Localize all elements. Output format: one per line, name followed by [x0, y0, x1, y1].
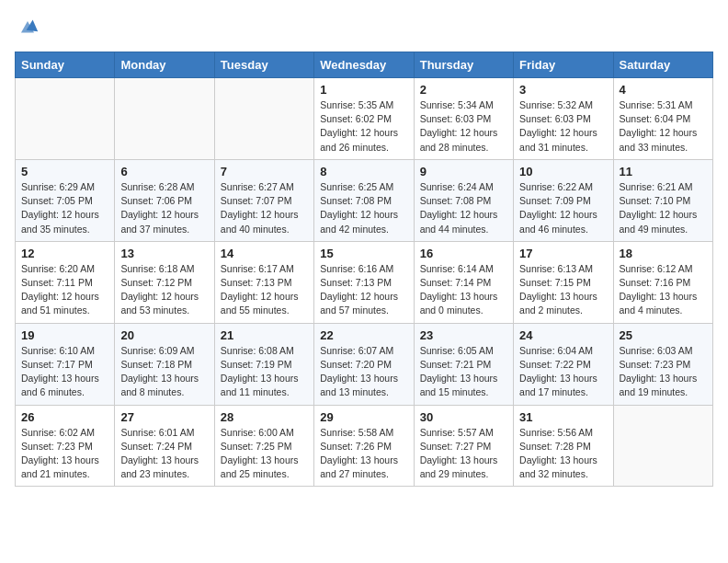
- calendar-cell: 7Sunrise: 6:27 AMSunset: 7:07 PMDaylight…: [214, 159, 313, 241]
- day-info: Sunrise: 6:21 AMSunset: 7:10 PMDaylight:…: [620, 180, 707, 236]
- calendar-cell: 26Sunrise: 6:02 AMSunset: 7:23 PMDayligh…: [16, 405, 115, 487]
- day-info: Sunrise: 5:35 AMSunset: 6:02 PMDaylight:…: [320, 98, 407, 155]
- calendar-cell: 18Sunrise: 6:12 AMSunset: 7:16 PMDayligh…: [613, 241, 712, 323]
- day-info: Sunrise: 6:02 AMSunset: 7:23 PMDaylight:…: [21, 426, 108, 482]
- calendar-week-3: 12Sunrise: 6:20 AMSunset: 7:11 PMDayligh…: [16, 241, 713, 323]
- calendar-cell: 17Sunrise: 6:13 AMSunset: 7:15 PMDayligh…: [514, 241, 613, 323]
- calendar-cell: 30Sunrise: 5:57 AMSunset: 7:27 PMDayligh…: [414, 405, 513, 487]
- calendar-week-4: 19Sunrise: 6:10 AMSunset: 7:17 PMDayligh…: [16, 323, 713, 405]
- day-number: 13: [120, 247, 208, 260]
- day-info: Sunrise: 6:03 AMSunset: 7:23 PMDaylight:…: [620, 344, 707, 400]
- day-number: 6: [120, 165, 208, 178]
- calendar-header-row: SundayMondayTuesdayWednesdayThursdayFrid…: [16, 52, 713, 78]
- day-info: Sunrise: 6:14 AMSunset: 7:14 PMDaylight:…: [420, 262, 507, 318]
- calendar-cell: 31Sunrise: 5:56 AMSunset: 7:28 PMDayligh…: [514, 405, 613, 487]
- calendar-cell: 9Sunrise: 6:24 AMSunset: 7:08 PMDaylight…: [414, 159, 513, 241]
- day-number: 18: [620, 247, 707, 260]
- calendar-cell: 22Sunrise: 6:07 AMSunset: 7:20 PMDayligh…: [314, 323, 414, 405]
- day-number: 14: [221, 247, 308, 260]
- day-info: Sunrise: 6:10 AMSunset: 7:17 PMDaylight:…: [21, 344, 108, 400]
- calendar-cell: 1Sunrise: 5:35 AMSunset: 6:02 PMDaylight…: [314, 78, 414, 160]
- calendar-week-2: 5Sunrise: 6:29 AMSunset: 7:05 PMDaylight…: [16, 159, 713, 241]
- day-info: Sunrise: 6:04 AMSunset: 7:22 PMDaylight:…: [519, 344, 607, 400]
- calendar-table: SundayMondayTuesdayWednesdayThursdayFrid…: [15, 52, 713, 487]
- calendar-cell: 15Sunrise: 6:16 AMSunset: 7:13 PMDayligh…: [314, 241, 414, 323]
- day-number: 10: [519, 165, 607, 178]
- day-number: 25: [620, 328, 707, 342]
- day-number: 16: [420, 247, 507, 260]
- calendar-week-1: 1Sunrise: 5:35 AMSunset: 6:02 PMDaylight…: [16, 78, 713, 160]
- page-header: [15, 15, 713, 40]
- weekday-header-friday: Friday: [514, 52, 613, 78]
- calendar-cell: 11Sunrise: 6:21 AMSunset: 7:10 PMDayligh…: [613, 159, 712, 241]
- calendar-cell: 20Sunrise: 6:09 AMSunset: 7:18 PMDayligh…: [115, 323, 214, 405]
- weekday-header-thursday: Thursday: [414, 52, 513, 78]
- day-number: 8: [320, 165, 407, 178]
- day-number: 23: [420, 328, 507, 342]
- day-info: Sunrise: 6:18 AMSunset: 7:12 PMDaylight:…: [120, 262, 208, 318]
- day-number: 21: [221, 328, 308, 342]
- day-info: Sunrise: 6:29 AMSunset: 7:05 PMDaylight:…: [21, 180, 108, 236]
- day-number: 28: [221, 410, 308, 424]
- calendar-week-5: 26Sunrise: 6:02 AMSunset: 7:23 PMDayligh…: [16, 405, 713, 487]
- day-number: 2: [420, 83, 507, 97]
- calendar-cell: 28Sunrise: 6:00 AMSunset: 7:25 PMDayligh…: [214, 405, 313, 487]
- day-info: Sunrise: 5:57 AMSunset: 7:27 PMDaylight:…: [420, 426, 507, 482]
- day-number: 1: [320, 83, 407, 97]
- day-number: 4: [620, 83, 707, 97]
- calendar-cell: 25Sunrise: 6:03 AMSunset: 7:23 PMDayligh…: [613, 323, 712, 405]
- day-info: Sunrise: 6:12 AMSunset: 7:16 PMDaylight:…: [620, 262, 707, 318]
- day-number: 12: [21, 247, 108, 260]
- day-info: Sunrise: 6:05 AMSunset: 7:21 PMDaylight:…: [420, 344, 507, 400]
- day-info: Sunrise: 6:00 AMSunset: 7:25 PMDaylight:…: [221, 426, 308, 482]
- day-info: Sunrise: 6:28 AMSunset: 7:06 PMDaylight:…: [120, 180, 208, 236]
- day-number: 19: [21, 328, 108, 342]
- weekday-header-saturday: Saturday: [613, 52, 712, 78]
- day-number: 17: [519, 247, 607, 260]
- day-info: Sunrise: 6:16 AMSunset: 7:13 PMDaylight:…: [320, 262, 407, 318]
- day-number: 7: [221, 165, 308, 178]
- calendar-cell: 21Sunrise: 6:08 AMSunset: 7:19 PMDayligh…: [214, 323, 313, 405]
- day-info: Sunrise: 6:27 AMSunset: 7:07 PMDaylight:…: [221, 180, 308, 236]
- weekday-header-tuesday: Tuesday: [214, 52, 313, 78]
- day-info: Sunrise: 6:24 AMSunset: 7:08 PMDaylight:…: [420, 180, 507, 236]
- calendar-cell: 2Sunrise: 5:34 AMSunset: 6:03 PMDaylight…: [414, 78, 513, 160]
- calendar-cell: 8Sunrise: 6:25 AMSunset: 7:08 PMDaylight…: [314, 159, 414, 241]
- day-info: Sunrise: 6:09 AMSunset: 7:18 PMDaylight:…: [120, 344, 208, 400]
- day-info: Sunrise: 5:32 AMSunset: 6:03 PMDaylight:…: [519, 98, 607, 155]
- calendar-cell: 16Sunrise: 6:14 AMSunset: 7:14 PMDayligh…: [414, 241, 513, 323]
- day-info: Sunrise: 5:31 AMSunset: 6:04 PMDaylight:…: [620, 98, 707, 155]
- calendar-cell: 10Sunrise: 6:22 AMSunset: 7:09 PMDayligh…: [514, 159, 613, 241]
- day-number: 15: [320, 247, 407, 260]
- day-number: 9: [420, 165, 507, 178]
- day-info: Sunrise: 5:34 AMSunset: 6:03 PMDaylight:…: [420, 98, 507, 155]
- day-number: 11: [620, 165, 707, 178]
- day-info: Sunrise: 6:01 AMSunset: 7:24 PMDaylight:…: [120, 426, 208, 482]
- day-number: 20: [120, 328, 208, 342]
- logo: [15, 15, 44, 40]
- calendar-cell: 23Sunrise: 6:05 AMSunset: 7:21 PMDayligh…: [414, 323, 513, 405]
- calendar-cell: 4Sunrise: 5:31 AMSunset: 6:04 PMDaylight…: [613, 78, 712, 160]
- day-info: Sunrise: 6:07 AMSunset: 7:20 PMDaylight:…: [320, 344, 407, 400]
- day-number: 3: [519, 83, 607, 97]
- calendar-cell: [214, 78, 313, 160]
- calendar-cell: [16, 78, 115, 160]
- calendar-cell: 29Sunrise: 5:58 AMSunset: 7:26 PMDayligh…: [314, 405, 414, 487]
- day-number: 29: [320, 410, 407, 424]
- calendar-cell: 14Sunrise: 6:17 AMSunset: 7:13 PMDayligh…: [214, 241, 313, 323]
- day-number: 5: [21, 165, 108, 178]
- calendar-cell: [115, 78, 214, 160]
- calendar-cell: 24Sunrise: 6:04 AMSunset: 7:22 PMDayligh…: [514, 323, 613, 405]
- day-info: Sunrise: 6:08 AMSunset: 7:19 PMDaylight:…: [221, 344, 308, 400]
- weekday-header-wednesday: Wednesday: [314, 52, 414, 78]
- logo-icon: [15, 15, 40, 40]
- calendar-cell: 19Sunrise: 6:10 AMSunset: 7:17 PMDayligh…: [16, 323, 115, 405]
- day-number: 24: [519, 328, 607, 342]
- day-number: 31: [519, 410, 607, 424]
- page-container: SundayMondayTuesdayWednesdayThursdayFrid…: [0, 0, 728, 496]
- day-info: Sunrise: 6:13 AMSunset: 7:15 PMDaylight:…: [519, 262, 607, 318]
- day-number: 22: [320, 328, 407, 342]
- day-info: Sunrise: 5:58 AMSunset: 7:26 PMDaylight:…: [320, 426, 407, 482]
- day-info: Sunrise: 5:56 AMSunset: 7:28 PMDaylight:…: [519, 426, 607, 482]
- weekday-header-sunday: Sunday: [16, 52, 115, 78]
